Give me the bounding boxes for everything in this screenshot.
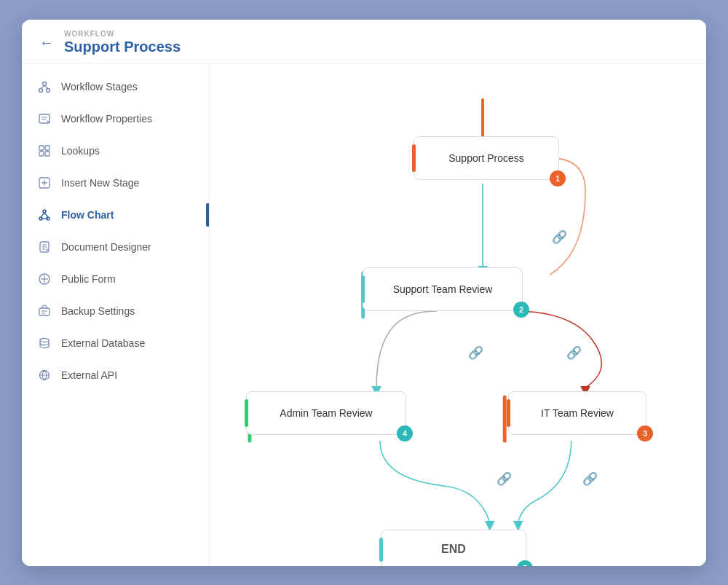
header-titles: WORKFLOW Support Process	[64, 30, 181, 55]
lookups-icon	[36, 143, 52, 159]
node-admin-team-review[interactable]: Admin Team Review 4	[246, 391, 406, 435]
main-window: ← WORKFLOW Support Process Workflow Stag…	[22, 20, 706, 566]
svg-rect-8	[39, 146, 44, 150]
flowchart-icon	[36, 207, 52, 223]
form-icon	[36, 271, 52, 287]
node-it-team-review[interactable]: IT Team Review 3	[508, 391, 646, 435]
svg-point-0	[43, 82, 47, 85]
svg-point-2	[47, 88, 50, 92]
node-badge: 4	[397, 425, 413, 441]
node-label: Admin Team Review	[280, 407, 372, 419]
sidebar-item-external-database[interactable]: External Database	[22, 327, 209, 359]
svg-line-19	[44, 213, 48, 217]
sidebar-item-backup-settings[interactable]: Backup Settings	[22, 295, 209, 327]
svg-line-4	[44, 85, 48, 88]
sidebar-item-label: Public Form	[61, 273, 116, 285]
node-support-process[interactable]: Support Process 1	[414, 136, 559, 180]
header: ← WORKFLOW Support Process	[22, 20, 706, 63]
svg-point-1	[39, 88, 43, 92]
sidebar-item-label: External Database	[61, 337, 145, 349]
flowchart: Support Process 1 🔗 Support Team Review …	[224, 85, 692, 566]
svg-line-18	[41, 213, 44, 217]
link-icon-3[interactable]: 🔗	[565, 344, 583, 362]
sidebar-item-label: Document Designer	[61, 241, 151, 253]
document-icon	[36, 239, 52, 255]
link-icon-1[interactable]: 🔗	[550, 228, 569, 246]
node-label: END	[441, 543, 466, 556]
sidebar-item-label: Flow Chart	[61, 209, 114, 221]
api-icon	[36, 367, 52, 383]
back-button[interactable]: ←	[39, 35, 54, 50]
workflow-label: WORKFLOW	[64, 30, 181, 38]
sidebar-item-label: Workflow Properties	[61, 113, 152, 125]
main-content: Support Process 1 🔗 Support Team Review …	[210, 63, 706, 566]
node-support-team-review[interactable]: Support Team Review 2	[363, 267, 523, 311]
node-badge: 2	[513, 302, 529, 318]
sidebar-item-label: Backup Settings	[61, 305, 135, 317]
sidebar-item-label: Insert New Stage	[61, 177, 139, 189]
node-badge: 1	[550, 170, 566, 187]
insert-icon	[36, 175, 52, 191]
node-label: Support Team Review	[393, 283, 493, 295]
properties-icon	[36, 111, 52, 127]
sidebar-item-document-designer[interactable]: Document Designer	[22, 231, 209, 263]
node-end[interactable]: END 5	[381, 530, 526, 566]
sidebar-item-lookups[interactable]: Lookups	[22, 135, 209, 167]
svg-rect-11	[45, 152, 50, 156]
page-title: Support Process	[64, 38, 181, 55]
backup-icon	[36, 303, 52, 319]
node-label: Support Process	[448, 152, 524, 164]
sidebar-item-insert-new-stage[interactable]: Insert New Stage	[22, 167, 209, 199]
sidebar-item-public-form[interactable]: Public Form	[22, 263, 209, 295]
database-icon	[36, 335, 52, 351]
node-badge: 3	[637, 425, 653, 441]
link-icon-2[interactable]: 🔗	[467, 344, 485, 362]
svg-rect-10	[39, 152, 44, 156]
sidebar-item-workflow-stages[interactable]: Workflow Stages	[22, 71, 209, 103]
svg-point-15	[43, 210, 46, 213]
svg-rect-9	[45, 146, 50, 150]
node-badge: 5	[517, 560, 533, 566]
svg-rect-28	[39, 308, 50, 315]
link-icon-4[interactable]: 🔗	[495, 470, 513, 488]
svg-point-31	[40, 338, 49, 342]
body: Workflow Stages Workflow Properties Look…	[22, 63, 706, 566]
svg-line-3	[41, 85, 44, 88]
sidebar: Workflow Stages Workflow Properties Look…	[22, 63, 210, 566]
sidebar-item-external-api[interactable]: External API	[22, 359, 209, 391]
sidebar-item-label: Workflow Stages	[61, 81, 138, 93]
link-icon-5[interactable]: 🔗	[581, 470, 599, 488]
stages-icon	[36, 79, 52, 95]
sidebar-item-label: Lookups	[61, 145, 100, 157]
sidebar-item-workflow-properties[interactable]: Workflow Properties	[22, 103, 209, 135]
sidebar-item-flow-chart[interactable]: Flow Chart	[22, 199, 209, 231]
sidebar-item-label: External API	[61, 369, 117, 381]
node-label: IT Team Review	[541, 407, 614, 419]
